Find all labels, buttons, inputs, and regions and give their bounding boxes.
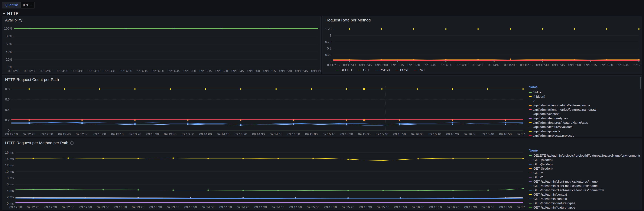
legend-item[interactable]: GET-/api/admin/feature-types bbox=[529, 205, 640, 210]
y-axis-label: 4 ms bbox=[7, 189, 14, 193]
series-point bbox=[510, 28, 511, 29]
request-rate-chart[interactable]: 00.250.50.7511.2509:12:1509:12:3009:12:4… bbox=[322, 24, 642, 68]
legend-item[interactable]: GET-/api/admin/context bbox=[529, 192, 640, 197]
series-point bbox=[413, 59, 414, 60]
panel-availability: Availibility 0%20%40%60%80%100%09:12:150… bbox=[2, 16, 321, 74]
legend-item[interactable]: /api/admin/feature-types bbox=[529, 116, 640, 120]
x-axis-label: 09:15:30 bbox=[359, 206, 372, 209]
chevron-down-icon bbox=[30, 4, 32, 6]
x-axis-label: 09:12:30 bbox=[343, 63, 356, 67]
x-axis-label: 09:15:40 bbox=[377, 206, 389, 209]
legend-item[interactable]: /api/admin/features/:featureName/tags bbox=[529, 120, 640, 125]
series-line bbox=[16, 198, 523, 198]
legend-sort-header[interactable]: Name bbox=[529, 149, 640, 153]
series-point bbox=[32, 198, 34, 199]
legend-item[interactable]: GET-(hidden) bbox=[529, 158, 640, 162]
series-color-swatch bbox=[414, 70, 417, 70]
series-point bbox=[488, 189, 489, 191]
legend-sort-header[interactable]: Name bbox=[529, 85, 640, 89]
series-point bbox=[346, 124, 347, 125]
legend-label: GET-/api/admin/client-metrics/features/:… bbox=[534, 184, 598, 188]
series-color-swatch bbox=[529, 173, 532, 173]
series-point bbox=[346, 119, 347, 121]
quantile-select[interactable]: 0.9 bbox=[20, 2, 35, 8]
row-title: HTTP bbox=[7, 11, 18, 16]
series-point bbox=[452, 119, 453, 121]
legend-item[interactable]: GET-(hidden) bbox=[529, 166, 640, 171]
legend-item[interactable]: GET-/api/admin/client-metrics/features/:… bbox=[529, 179, 640, 184]
x-axis-label: 09:12:10 bbox=[5, 133, 18, 136]
x-axis-label: 09:13:45 bbox=[104, 69, 116, 73]
chart-area[interactable]: 0%20%40%60%80%100%09:12:1509:12:3009:12:… bbox=[2, 24, 320, 74]
legend-item[interactable]: /api/admin/features/validate bbox=[529, 125, 640, 129]
legend-item[interactable]: (hidden) bbox=[529, 94, 640, 99]
availability-chart[interactable]: 0%20%40%60%80%100%09:12:1509:12:3009:12:… bbox=[2, 24, 320, 74]
legend-label: /api/admin/context bbox=[534, 112, 560, 116]
legend-item[interactable]: /api/admin/client-metrics/features/:name… bbox=[529, 107, 640, 112]
legend-label: /api/admin/feature-types bbox=[534, 117, 568, 120]
legend-item[interactable]: GET-/api/admin/client-metrics/features/:… bbox=[529, 188, 640, 192]
series-color-swatch bbox=[529, 190, 532, 191]
legend-item[interactable]: GET-/api/admin/feature-types bbox=[529, 201, 640, 205]
chart-area[interactable]: 00.20.40.60.809:12:1009:12:2009:12:3009:… bbox=[2, 84, 526, 137]
series-point bbox=[170, 88, 171, 90]
chart-area[interactable]: 0 ms2 ms4 ms6 ms8 ms10 ms12 ms14 ms16 ms… bbox=[2, 147, 526, 210]
x-axis-label: 09:16:30 bbox=[464, 133, 476, 136]
panel-header[interactable]: Availibility bbox=[2, 16, 320, 24]
series-point bbox=[349, 60, 350, 61]
x-axis-label: 09:13:40 bbox=[167, 206, 179, 209]
legend-item[interactable]: /api/admin/context bbox=[529, 112, 640, 116]
info-icon[interactable]: i bbox=[70, 141, 74, 145]
request-count-chart[interactable]: 00.20.40.60.809:12:1009:12:2009:12:3009:… bbox=[2, 84, 526, 137]
panel-header[interactable]: HTTP Request Count per Path bbox=[2, 75, 642, 84]
series-color-swatch bbox=[529, 96, 532, 97]
x-axis-label: 09:12:15 bbox=[8, 69, 20, 73]
series-point bbox=[505, 198, 506, 199]
legend-label: GET-/* bbox=[534, 171, 543, 175]
legend-item[interactable]: /api/admin/projects bbox=[529, 129, 640, 133]
series-point bbox=[277, 190, 279, 191]
legend-item[interactable]: GET bbox=[358, 68, 370, 72]
x-axis-label: 09:15:00 bbox=[184, 69, 196, 73]
x-axis-label: 09:14:45 bbox=[488, 63, 500, 67]
panel-request-duration: HTTP Request per Method per Path i 0 ms2… bbox=[2, 139, 642, 210]
series-point bbox=[276, 88, 277, 90]
legend-item[interactable]: POST bbox=[395, 68, 409, 72]
series-point bbox=[138, 198, 139, 199]
x-axis-label: 09:14:30 bbox=[254, 206, 267, 209]
legend-item[interactable]: PATCH bbox=[375, 68, 390, 72]
legend-scrollbar-thumb[interactable] bbox=[640, 77, 641, 89]
x-axis-label: 09:17:00 bbox=[517, 133, 526, 136]
panel-header[interactable]: Request Rate per Method bbox=[322, 16, 642, 24]
x-axis-label: 09:15:00 bbox=[307, 206, 319, 209]
chart-area[interactable]: 00.250.50.7511.2509:12:1509:12:3009:12:4… bbox=[322, 24, 642, 68]
series-point bbox=[452, 88, 453, 90]
request-duration-chart[interactable]: 0 ms2 ms4 ms6 ms8 ms10 ms12 ms14 ms16 ms… bbox=[2, 147, 526, 210]
series-point bbox=[522, 188, 524, 189]
series-point bbox=[382, 160, 384, 161]
x-axis-label: 09:14:00 bbox=[440, 63, 452, 67]
legend-item[interactable]: GET-/api/admin/client-metrics/features/:… bbox=[529, 184, 640, 188]
series-point bbox=[242, 190, 244, 191]
series-point bbox=[416, 88, 418, 90]
series-point bbox=[397, 60, 398, 61]
legend-item[interactable]: GET-/* bbox=[529, 175, 640, 179]
x-axis-label: 09:12:40 bbox=[62, 206, 74, 209]
series-point bbox=[173, 28, 174, 29]
legend-item[interactable]: /api/admin/projects/:projectId bbox=[529, 133, 640, 137]
legend-item[interactable]: DELETE-/api/admin/projects/:projectId/fe… bbox=[529, 153, 640, 158]
legend-item[interactable]: Value bbox=[529, 90, 640, 94]
panel-header[interactable]: HTTP Request per Method per Path i bbox=[2, 139, 642, 147]
legend-item[interactable]: /* bbox=[529, 99, 640, 103]
legend-item[interactable]: GET-(hidden) bbox=[529, 162, 640, 166]
series-color-swatch bbox=[529, 207, 532, 208]
x-axis-label: 09:16:45 bbox=[617, 63, 629, 67]
legend-item[interactable]: PUT bbox=[414, 68, 425, 72]
legend-item[interactable]: GET-/api/admin/context bbox=[529, 197, 640, 201]
legend-item[interactable]: DELETE bbox=[336, 68, 353, 72]
legend-item[interactable]: /api/admin/client-metrics/features/:name bbox=[529, 103, 640, 107]
x-axis-label: 09:15:30 bbox=[358, 133, 370, 136]
legend-item[interactable]: GET-/* bbox=[529, 171, 640, 175]
series-point bbox=[606, 28, 608, 29]
series-point bbox=[510, 58, 511, 60]
